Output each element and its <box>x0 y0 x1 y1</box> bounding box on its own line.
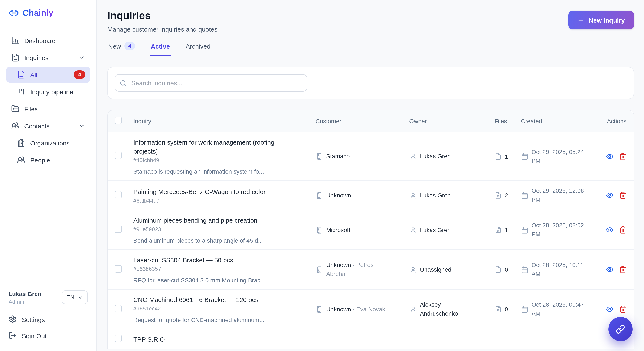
row-checkbox[interactable] <box>114 191 122 198</box>
chevron-down-icon <box>78 54 85 61</box>
inquiry-title: Aluminum pieces bending and pipe creatio… <box>133 216 283 225</box>
person-icon <box>409 305 416 313</box>
search-input[interactable] <box>114 74 307 92</box>
file-text-icon <box>11 53 20 62</box>
owner-cell: Lukas Gren <box>409 225 494 234</box>
delete-button[interactable] <box>619 305 626 313</box>
file-icon <box>494 192 501 199</box>
row-checkbox[interactable] <box>114 305 122 312</box>
gear-icon <box>8 315 17 324</box>
owner-name: Unassigned <box>420 265 452 274</box>
inquiry-title: TPP S.R.O <box>133 335 283 344</box>
building-icon <box>316 305 323 313</box>
calendar-icon <box>521 305 528 313</box>
created-date: Oct 28, 2025, 08:52 PM <box>532 221 588 239</box>
app-window: Chainly Dashboard Inquiries <box>0 0 644 351</box>
unread-count-badge: 4 <box>74 70 85 79</box>
inquiry-title: Information system for work management (… <box>133 138 283 156</box>
customer-cell: Microsoft <box>316 225 409 234</box>
users-icon <box>11 122 20 130</box>
sidebar-item-people[interactable]: People <box>6 152 90 168</box>
brand-logo[interactable]: Chainly <box>0 0 96 27</box>
settings-button[interactable]: Settings <box>4 312 93 327</box>
actions-cell <box>594 266 626 273</box>
sidebar-item-organizations[interactable]: Organizations <box>6 135 90 151</box>
sidebar: Chainly Dashboard Inquiries <box>0 0 97 351</box>
sidebar-item-label: Dashboard <box>24 37 56 44</box>
sidebar-item-label: Inquiries <box>24 54 48 61</box>
new-inquiry-button[interactable]: New Inquiry <box>568 11 634 30</box>
created-cell: Oct 29, 2025, 05:24 PM <box>521 147 594 165</box>
view-button[interactable] <box>606 152 613 160</box>
sidebar-item-inquiry-pipeline[interactable]: Inquiry pipeline <box>6 84 90 100</box>
sidebar-item-label: Files <box>24 105 38 113</box>
created-date: Oct 28, 2025, 10:11 AM <box>532 261 588 278</box>
row-checkbox[interactable] <box>114 152 122 159</box>
tab-bar: New 4 Active Archived <box>107 42 634 56</box>
customer-contact: · Petros Abreha <box>326 261 374 277</box>
files-cell: 1 <box>494 226 521 233</box>
search-icon <box>119 79 127 87</box>
tab-archived[interactable]: Archived <box>185 42 211 56</box>
sign-out-label: Sign Out <box>22 332 47 339</box>
customer-cell: Unknown · Eva Novak <box>316 305 409 314</box>
owner-name: Lukas Gren <box>420 152 451 161</box>
owner-cell: Lukas Gren <box>409 152 494 161</box>
sidebar-item-label: Contacts <box>24 122 50 130</box>
delete-button[interactable] <box>619 152 626 160</box>
delete-button[interactable] <box>619 266 626 273</box>
language-select[interactable]: EN <box>62 290 88 304</box>
customer-name: Unknown · Eva Novak <box>326 305 385 314</box>
table-row[interactable]: Laser-cut SS304 Bracket — 50 pcs #e63863… <box>108 249 633 289</box>
table-row[interactable]: Information system for work management (… <box>108 132 633 180</box>
row-checkbox[interactable] <box>114 225 122 233</box>
view-button[interactable] <box>606 266 613 273</box>
inquiry-id: #6afb44d7 <box>133 197 316 204</box>
table-body: Information system for work management (… <box>108 132 633 349</box>
search-card <box>107 67 634 99</box>
sidebar-item-contacts[interactable]: Contacts <box>6 118 90 134</box>
sidebar-item-all[interactable]: All 4 <box>6 67 90 83</box>
table-row[interactable]: Painting Mercedes-Benz G-Wagon to red co… <box>108 180 633 210</box>
view-button[interactable] <box>606 191 613 199</box>
created-date: Oct 28, 2025, 09:47 AM <box>532 300 588 318</box>
customer-contact: · Eva Novak <box>353 305 386 312</box>
delete-button[interactable] <box>619 191 626 199</box>
row-checkbox[interactable] <box>114 265 122 272</box>
tab-new[interactable]: New 4 <box>107 42 136 56</box>
select-all-checkbox[interactable] <box>114 117 122 124</box>
delete-button[interactable] <box>619 226 626 234</box>
sidebar-item-files[interactable]: Files <box>6 101 90 117</box>
calendar-icon <box>521 192 528 199</box>
view-button[interactable] <box>606 305 613 313</box>
table-row[interactable]: CNC-Machined 6061-T6 Bracket — 120 pcs #… <box>108 289 633 329</box>
column-header-inquiry: Inquiry <box>133 118 316 125</box>
file-icon <box>494 306 501 313</box>
page-subtitle: Manage customer inquiries and quotes <box>107 26 218 33</box>
row-checkbox[interactable] <box>114 335 122 342</box>
sidebar-item-dashboard[interactable]: Dashboard <box>6 33 90 49</box>
view-button[interactable] <box>606 226 613 234</box>
table-row[interactable]: Aluminum pieces bending and pipe creatio… <box>108 210 633 249</box>
files-count: 2 <box>505 192 508 199</box>
tab-active[interactable]: Active <box>150 42 171 56</box>
sidebar-item-inquiries[interactable]: Inquiries <box>6 50 90 66</box>
sign-out-icon <box>8 331 17 340</box>
customer-name: Unknown · Petros Abreha <box>326 261 392 278</box>
column-header-owner: Owner <box>409 118 494 125</box>
table-row[interactable]: TPP S.R.O <box>108 329 633 349</box>
sign-out-button[interactable]: Sign Out <box>4 328 93 343</box>
calendar-icon <box>521 226 528 233</box>
inquiry-id: #e6386357 <box>133 266 316 272</box>
files-cell: 0 <box>494 306 521 313</box>
inquiry-description: Bend aluminum pieces to a sharp angle of… <box>133 237 316 244</box>
sidebar-footer: Settings Sign Out <box>0 307 96 351</box>
created-cell: Oct 28, 2025, 08:52 PM <box>521 221 594 239</box>
inquiry-description: RFQ for laser-cut SS304 3.0 mm Mounting … <box>133 277 316 284</box>
inquiry-description: Request for quote for CNC-machined alumi… <box>133 316 316 323</box>
files-count: 0 <box>505 266 508 273</box>
chain-link-fab-button[interactable] <box>608 317 632 341</box>
owner-name: Aleksey Andruschenko <box>420 300 464 318</box>
building-icon <box>17 139 26 147</box>
user-role: Admin <box>8 298 41 305</box>
